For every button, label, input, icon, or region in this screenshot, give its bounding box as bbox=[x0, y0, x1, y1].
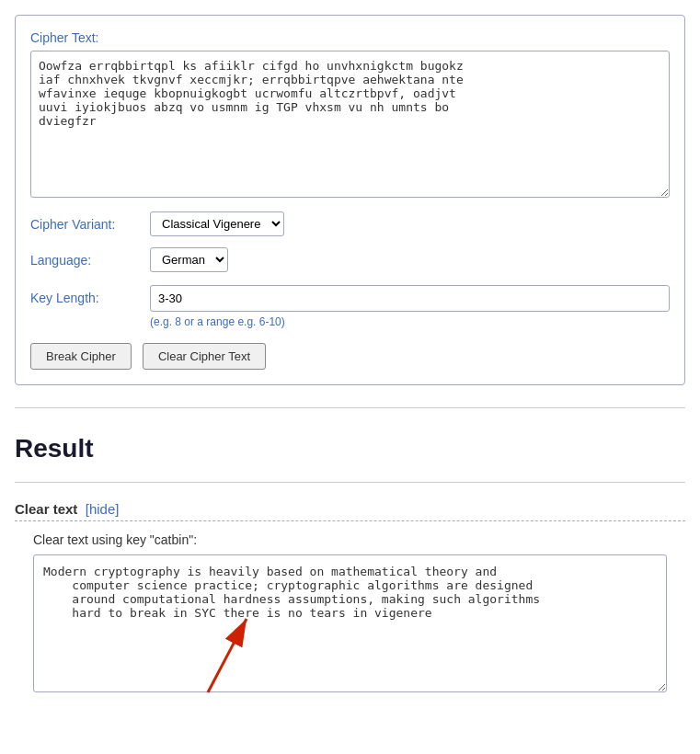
clear-text-header: Clear text [hide] bbox=[15, 501, 685, 521]
result-title: Result bbox=[15, 434, 685, 463]
cipher-variant-label: Cipher Variant: bbox=[30, 217, 150, 232]
cipher-input-section: Cipher Text: Oowfza errqbbirtqpl ks afii… bbox=[15, 15, 685, 385]
clear-text-key-label: Clear text using key "catbin": bbox=[15, 532, 685, 547]
clear-cipher-text-button[interactable]: Clear Cipher Text bbox=[143, 343, 266, 370]
key-length-wrapper: (e.g. 8 or a range e.g. 6-10) bbox=[150, 285, 670, 328]
result-box-wrapper: Modern cryptography is heavily based on … bbox=[33, 554, 667, 695]
result-section: Result Clear text [hide] Clear text usin… bbox=[15, 427, 685, 695]
result-text-area[interactable]: Modern cryptography is heavily based on … bbox=[33, 554, 667, 692]
break-cipher-button[interactable]: Break Cipher bbox=[30, 343, 132, 370]
key-length-row: Key Length: (e.g. 8 or a range e.g. 6-10… bbox=[30, 285, 670, 328]
language-label: Language: bbox=[30, 253, 150, 268]
key-length-hint: (e.g. 8 or a range e.g. 6-10) bbox=[150, 315, 670, 328]
key-length-input[interactable] bbox=[150, 285, 670, 312]
cipher-variant-row: Cipher Variant: Classical Vigenere Varia… bbox=[30, 211, 670, 236]
clear-text-label: Clear text bbox=[15, 501, 77, 517]
section-divider bbox=[15, 407, 685, 408]
language-row: Language: German English French bbox=[30, 247, 670, 272]
hide-link[interactable]: [hide] bbox=[86, 501, 120, 517]
action-buttons-row: Break Cipher Clear Cipher Text bbox=[30, 343, 670, 370]
key-length-label: Key Length: bbox=[30, 285, 150, 305]
cipher-text-input[interactable]: Oowfza errqbbirtqpl ks afiiklr cifgd ho … bbox=[30, 51, 670, 198]
cipher-variant-select[interactable]: Classical Vigenere Variant 2 bbox=[150, 211, 284, 236]
language-select[interactable]: German English French bbox=[150, 247, 228, 272]
result-divider bbox=[15, 482, 685, 483]
cipher-text-label: Cipher Text: bbox=[30, 30, 670, 45]
